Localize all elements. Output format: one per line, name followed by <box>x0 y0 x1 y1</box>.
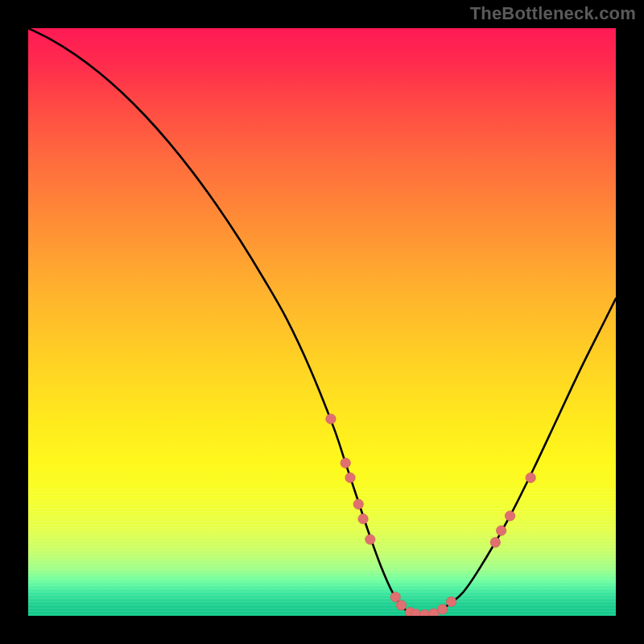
data-point <box>437 605 447 614</box>
data-point <box>326 414 336 423</box>
data-point <box>526 473 535 482</box>
data-point <box>358 514 368 523</box>
plot-area <box>28 28 616 616</box>
chart-svg <box>28 28 616 616</box>
data-point <box>505 511 514 521</box>
data-point <box>345 473 355 482</box>
data-point <box>390 592 400 601</box>
data-point <box>446 597 456 606</box>
scatter-points <box>326 414 536 616</box>
data-point <box>365 535 375 544</box>
data-point <box>396 601 406 610</box>
data-point <box>490 538 500 547</box>
data-point <box>341 458 350 468</box>
data-point <box>496 526 506 535</box>
bottleneck-curve <box>28 28 616 615</box>
data-point <box>429 609 439 616</box>
data-point <box>353 499 363 509</box>
watermark-text: TheBottleneck.com <box>470 3 636 24</box>
chart-container: TheBottleneck.com <box>0 0 644 644</box>
data-point <box>420 609 430 616</box>
